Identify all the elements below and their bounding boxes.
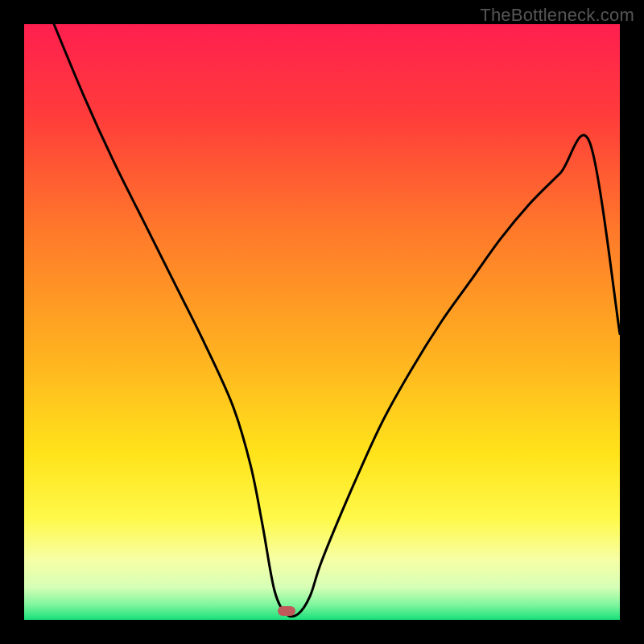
chart-frame: TheBottleneck.com <box>0 0 644 644</box>
bottleneck-curve <box>24 24 620 620</box>
minimum-marker <box>278 606 295 616</box>
watermark-text: TheBottleneck.com <box>480 5 634 26</box>
plot-area <box>24 24 620 620</box>
